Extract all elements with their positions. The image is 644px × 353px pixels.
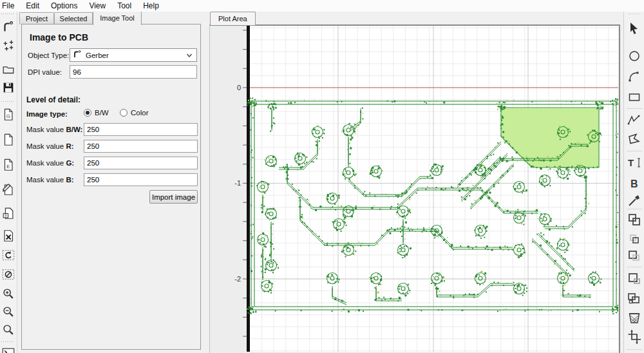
copy-geometry-icon[interactable] (626, 290, 643, 307)
toolbar-handle (628, 13, 641, 15)
intersection-icon[interactable] (626, 231, 643, 247)
mask-r-input[interactable] (84, 140, 198, 153)
y-axis-tick-2: -2 (214, 275, 241, 283)
arc-icon[interactable] (626, 68, 643, 85)
toolbar-separator (627, 108, 642, 109)
plot-frame: 0 -1 -2 (209, 24, 620, 353)
mask-b-label: Mask value B: (26, 176, 74, 184)
file-toolbar: G E (0, 12, 17, 353)
text-icon[interactable]: T (626, 155, 643, 171)
rectangle-icon[interactable] (626, 89, 643, 106)
open-gerber-icon[interactable] (1, 19, 16, 35)
editor-toolbar: T B (623, 12, 644, 353)
circle-icon[interactable] (626, 48, 643, 64)
svg-text:E: E (6, 164, 10, 169)
menubar: File Edit Options View Tool Help (0, 0, 644, 12)
path-icon[interactable] (626, 112, 643, 129)
y-axis-tick-0: 0 (214, 84, 241, 91)
mask-r-label: Mask value R: (26, 142, 74, 150)
new-gerber-icon[interactable]: G (1, 107, 16, 122)
mask-g-input[interactable] (84, 157, 198, 169)
tab-project[interactable]: Project (19, 12, 54, 24)
panel-title: Image to PCB (30, 32, 88, 43)
import-image-button[interactable]: Import image (149, 190, 198, 204)
svg-text:B: B (630, 178, 638, 189)
svg-text:T: T (628, 157, 634, 168)
radio-color-label: Color (131, 109, 148, 117)
image-type-label: Image type: (26, 110, 68, 118)
dpi-label: DPI value: (28, 68, 62, 76)
toolbar-separator (1, 100, 14, 102)
open-excellon-icon[interactable] (1, 39, 16, 54)
zoom-fit-icon[interactable] (1, 322, 16, 338)
toolbar-separator (627, 151, 642, 151)
menu-tool[interactable]: Tool (111, 1, 137, 12)
toolbar-separator (627, 267, 642, 267)
radio-bw-label: B/W (95, 109, 109, 117)
object-type-value: Gerber (86, 52, 186, 59)
zoom-out-icon[interactable] (1, 304, 16, 320)
toolbar-separator (1, 341, 14, 343)
buffer-icon[interactable]: B (626, 175, 643, 192)
radio-color[interactable]: Color (120, 109, 148, 117)
radio-circle (84, 109, 91, 117)
menu-view[interactable]: View (83, 1, 111, 12)
dpi-input[interactable] (70, 65, 197, 79)
menu-help[interactable]: Help (137, 1, 165, 12)
level-of-detail-label: Level of detail: (26, 95, 80, 104)
object-type-label: Object Type: (28, 52, 69, 59)
union-icon[interactable] (626, 211, 643, 228)
open-project-icon[interactable] (1, 62, 16, 77)
clear-plot-icon[interactable] (1, 267, 16, 282)
tab-selected[interactable]: Selected (54, 12, 93, 24)
image-tool-panel: Image to PCB Object Type: Gerber DPI val… (21, 24, 201, 350)
mask-bw-label: Mask value B/W: (26, 126, 82, 133)
cut-path-icon[interactable] (626, 271, 643, 287)
toolbar-separator (627, 349, 642, 350)
radio-bw[interactable]: B/W (84, 109, 109, 117)
delete-shape-icon[interactable] (626, 309, 643, 326)
mask-bw-input[interactable] (84, 123, 198, 136)
object-type-select[interactable]: Gerber (70, 48, 197, 62)
menu-edit[interactable]: Edit (20, 1, 45, 12)
subtract-icon[interactable] (626, 247, 643, 264)
replot-icon[interactable] (1, 247, 16, 263)
select-icon[interactable] (626, 21, 643, 37)
shell-icon[interactable] (1, 345, 16, 353)
flatcam-window: File Edit Options View Tool Help G E (0, 0, 644, 353)
radio-circle (120, 109, 128, 117)
menu-file[interactable]: File (0, 1, 20, 12)
plot-canvas[interactable] (210, 26, 618, 352)
paint-icon[interactable] (626, 192, 643, 209)
tab-image-tool[interactable]: Image Tool (93, 11, 142, 25)
delete-object-icon[interactable] (1, 228, 16, 243)
toolbar-separator (627, 209, 642, 209)
new-excellon-icon[interactable]: E (1, 157, 16, 173)
gerber-trace-icon (73, 50, 82, 61)
toolbar-handle (1, 13, 14, 15)
polygon-icon[interactable] (626, 131, 643, 148)
new-geometry-icon[interactable] (1, 132, 16, 148)
tab-plot-area[interactable]: Plot Area (210, 12, 256, 25)
svg-text:G: G (6, 113, 10, 119)
object-editor-icon[interactable] (1, 182, 16, 197)
mask-b-input[interactable] (84, 173, 198, 186)
menu-options[interactable]: Options (45, 1, 83, 12)
y-axis-tick-1: -1 (214, 179, 241, 187)
zoom-in-icon[interactable] (1, 286, 16, 301)
save-project-icon[interactable] (1, 80, 16, 95)
copy-object-icon[interactable] (1, 205, 16, 221)
mask-g-label: Mask value G: (26, 159, 74, 167)
chevron-down-icon (186, 51, 193, 60)
transform-icon[interactable] (626, 329, 643, 345)
